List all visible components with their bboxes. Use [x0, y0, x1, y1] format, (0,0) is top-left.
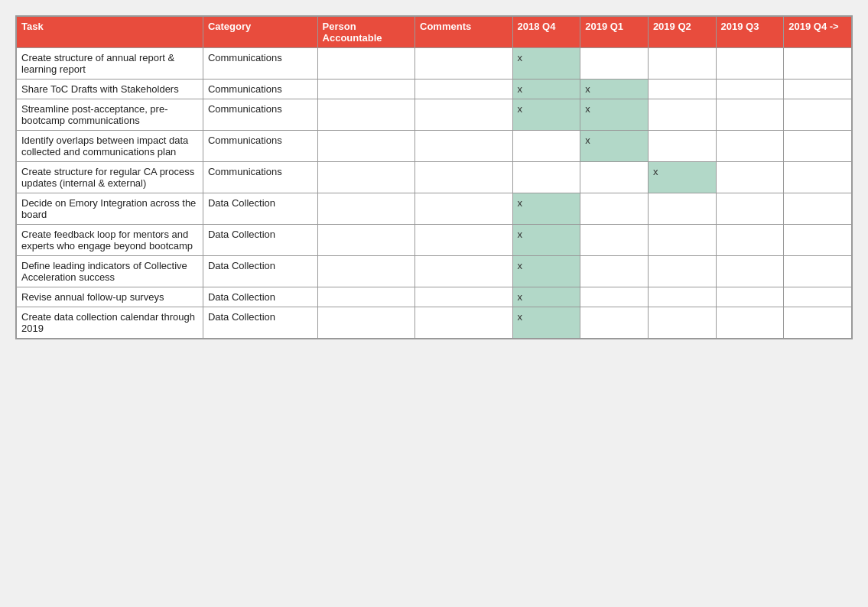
x-mark: x [653, 166, 658, 177]
comments-cell [415, 131, 512, 162]
task-cell: Revise annual follow-up surveys [17, 287, 203, 307]
person-cell [317, 131, 414, 162]
person-cell [317, 225, 414, 256]
table-row: Streamline post-acceptance, pre-bootcamp… [17, 99, 852, 131]
person-cell [317, 307, 414, 339]
header-2018q4: 2018 Q4 [512, 17, 580, 48]
quarter-cell-q2018_4 [512, 131, 580, 162]
header-2019q4: 2019 Q4 -> [784, 17, 852, 48]
category-cell: Data Collection [203, 193, 317, 225]
quarter-cell-q2019_3 [716, 307, 784, 339]
task-cell: Create data collection calendar through … [17, 307, 203, 339]
table-row: Create data collection calendar through … [17, 307, 852, 339]
quarter-cell-q2018_4: x [512, 307, 580, 339]
quarter-cell-q2019_4 [784, 193, 852, 225]
category-cell: Data Collection [203, 287, 317, 307]
quarter-cell-q2018_4: x [512, 80, 580, 99]
quarter-cell-q2019_3 [716, 80, 784, 99]
main-table-wrapper: Task Category PersonAccountable Comments… [15, 15, 853, 339]
quarter-cell-q2019_2 [648, 256, 716, 287]
quarter-cell-q2019_2 [648, 193, 716, 225]
task-cell: Decide on Emory Integration across the b… [17, 193, 203, 225]
quarter-cell-q2019_1 [580, 256, 649, 287]
header-2019q1: 2019 Q1 [580, 17, 649, 48]
quarter-cell-q2019_3 [716, 256, 784, 287]
task-cell: Create structure of annual report & lear… [17, 48, 203, 80]
quarter-cell-q2019_4 [784, 80, 852, 99]
x-mark: x [585, 103, 590, 115]
comments-cell [415, 99, 512, 131]
quarter-cell-q2019_2: x [648, 162, 716, 193]
quarter-cell-q2019_4 [784, 131, 852, 162]
header-2019q3: 2019 Q3 [716, 17, 784, 48]
quarter-cell-q2019_3 [716, 193, 784, 225]
header-comments: Comments [415, 17, 512, 48]
comments-cell [415, 256, 512, 287]
x-mark: x [518, 260, 523, 271]
table-row: Decide on Emory Integration across the b… [17, 193, 852, 225]
quarter-cell-q2018_4: x [512, 99, 580, 131]
person-cell [317, 256, 414, 287]
header-person: PersonAccountable [317, 17, 414, 48]
task-cell: Streamline post-acceptance, pre-bootcamp… [17, 99, 203, 131]
quarter-cell-q2019_4 [784, 256, 852, 287]
header-row: Task Category PersonAccountable Comments… [17, 17, 852, 48]
quarter-cell-q2019_2 [648, 48, 716, 80]
header-task: Task [17, 17, 203, 48]
quarter-cell-q2019_4 [784, 48, 852, 80]
quarter-cell-q2019_2 [648, 80, 716, 99]
quarter-cell-q2019_4 [784, 287, 852, 307]
x-mark: x [585, 83, 590, 95]
quarter-cell-q2018_4: x [512, 225, 580, 256]
x-mark: x [518, 229, 523, 240]
person-cell [317, 162, 414, 193]
x-mark: x [518, 311, 523, 323]
quarter-cell-q2018_4 [512, 162, 580, 193]
task-cell: Create feedback loop for mentors and exp… [17, 225, 203, 256]
quarter-cell-q2019_4 [784, 99, 852, 131]
quarter-cell-q2019_1 [580, 287, 649, 307]
quarter-cell-q2019_3 [716, 99, 784, 131]
task-table: Task Category PersonAccountable Comments… [16, 16, 852, 339]
person-cell [317, 80, 414, 99]
comments-cell [415, 287, 512, 307]
comments-cell [415, 80, 512, 99]
comments-cell [415, 193, 512, 225]
comments-cell [415, 162, 512, 193]
quarter-cell-q2019_3 [716, 225, 784, 256]
task-cell: Define leading indicators of Collective … [17, 256, 203, 287]
comments-cell [415, 225, 512, 256]
comments-cell [415, 307, 512, 339]
category-cell: Communications [203, 99, 317, 131]
quarter-cell-q2019_4 [784, 307, 852, 339]
x-mark: x [518, 291, 523, 303]
quarter-cell-q2019_2 [648, 307, 716, 339]
quarter-cell-q2019_3 [716, 287, 784, 307]
x-mark: x [518, 52, 523, 63]
quarter-cell-q2018_4: x [512, 287, 580, 307]
quarter-cell-q2019_4 [784, 162, 852, 193]
task-cell: Create structure for regular CA process … [17, 162, 203, 193]
quarter-cell-q2019_3 [716, 131, 784, 162]
quarter-cell-q2019_1: x [580, 131, 649, 162]
header-2019q2: 2019 Q2 [648, 17, 716, 48]
quarter-cell-q2019_4 [784, 225, 852, 256]
category-cell: Communications [203, 162, 317, 193]
person-cell [317, 287, 414, 307]
quarter-cell-q2018_4: x [512, 193, 580, 225]
quarter-cell-q2018_4: x [512, 256, 580, 287]
category-cell: Data Collection [203, 256, 317, 287]
quarter-cell-q2019_1: x [580, 80, 649, 99]
x-mark: x [518, 103, 523, 115]
person-cell [317, 48, 414, 80]
category-cell: Data Collection [203, 307, 317, 339]
quarter-cell-q2019_3 [716, 162, 784, 193]
task-cell: Share ToC Drafts with Stakeholders [17, 80, 203, 99]
table-row: Create feedback loop for mentors and exp… [17, 225, 852, 256]
quarter-cell-q2019_1: x [580, 99, 649, 131]
category-cell: Communications [203, 80, 317, 99]
table-row: Revise annual follow-up surveysData Coll… [17, 287, 852, 307]
table-row: Identify overlaps between impact data co… [17, 131, 852, 162]
category-cell: Communications [203, 48, 317, 80]
quarter-cell-q2018_4: x [512, 48, 580, 80]
